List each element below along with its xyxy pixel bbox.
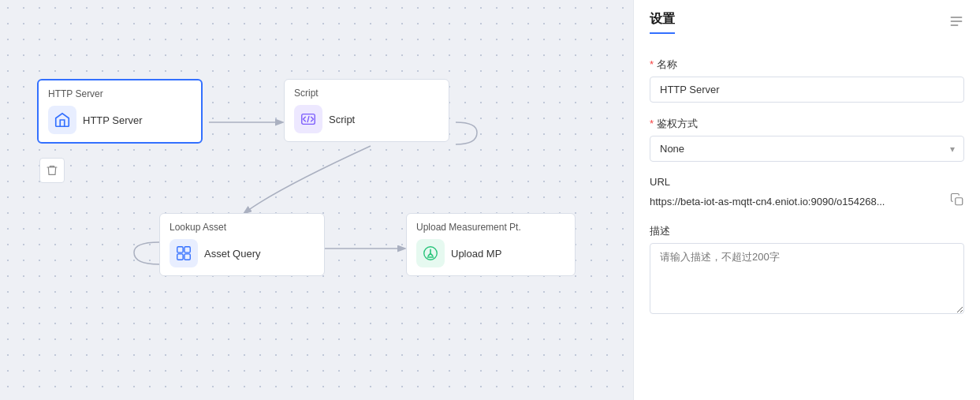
- asset-query-icon: [175, 245, 192, 262]
- panel-body: *名称 *鉴权方式 None Basic Auth Bearer Token ▾…: [634, 42, 980, 330]
- svg-rect-4: [177, 247, 183, 252]
- node-http-server[interactable]: HTTP Server HTTP Server: [37, 79, 203, 144]
- desc-field-group: 描述: [650, 224, 964, 314]
- name-input[interactable]: [650, 77, 964, 103]
- desc-label: 描述: [650, 224, 964, 238]
- canvas-area[interactable]: HTTP Server HTTP Server Script Script: [0, 0, 633, 400]
- svg-rect-7: [184, 254, 190, 260]
- node-lookup-asset-icon: [170, 239, 198, 267]
- node-script-icon: [294, 105, 322, 133]
- node-upload-mp[interactable]: Upload Measurement Pt. Upload MP: [406, 213, 576, 276]
- url-value-row: https://beta-iot-as-mqtt-cn4.eniot.io:90…: [650, 193, 964, 210]
- node-script-title: Script: [294, 88, 439, 99]
- node-http-server-body: HTTP Server: [48, 106, 192, 134]
- trash-icon: [46, 164, 58, 177]
- auth-select[interactable]: None Basic Auth Bearer Token: [650, 136, 964, 162]
- node-upload-mp-body: Upload MP: [416, 239, 565, 267]
- node-script-label: Script: [329, 114, 355, 125]
- panel-title: 设置: [650, 11, 675, 34]
- settings-panel: 设置 *名称 *鉴权方式 None Basic Auth Bearer T: [633, 0, 980, 400]
- home-icon: [54, 111, 71, 129]
- upload-mp-icon: [422, 245, 439, 262]
- node-lookup-asset-label: Asset Query: [204, 248, 261, 260]
- node-upload-mp-title: Upload Measurement Pt.: [416, 222, 565, 233]
- name-label: *名称: [650, 58, 964, 72]
- delete-button[interactable]: [39, 158, 65, 183]
- panel-header: 设置: [634, 0, 980, 42]
- auth-required: *: [650, 118, 654, 129]
- code-icon: [300, 110, 317, 128]
- auth-label: *鉴权方式: [650, 117, 964, 131]
- node-http-server-label: HTTP Server: [83, 114, 143, 126]
- auth-select-wrapper: None Basic Auth Bearer Token ▾: [650, 136, 964, 162]
- url-value: https://beta-iot-as-mqtt-cn4.eniot.io:90…: [650, 196, 944, 207]
- node-lookup-asset[interactable]: Lookup Asset Asset Query: [159, 213, 325, 276]
- node-script-body: Script: [294, 105, 439, 133]
- node-upload-mp-label: Upload MP: [451, 248, 501, 260]
- node-http-server-title: HTTP Server: [48, 88, 192, 99]
- svg-rect-5: [184, 247, 190, 252]
- node-http-server-icon: [48, 106, 76, 134]
- svg-rect-6: [177, 254, 183, 260]
- node-script[interactable]: Script Script: [284, 79, 449, 142]
- svg-rect-9: [956, 198, 963, 205]
- menu-lines-icon: [948, 13, 964, 29]
- arrows-svg: [0, 0, 633, 400]
- panel-menu-icon[interactable]: [948, 13, 964, 32]
- node-lookup-asset-body: Asset Query: [170, 239, 315, 267]
- node-lookup-asset-title: Lookup Asset: [170, 222, 315, 233]
- clipboard-icon: [950, 193, 964, 207]
- url-field-group: URL https://beta-iot-as-mqtt-cn4.eniot.i…: [650, 176, 964, 210]
- copy-icon[interactable]: [950, 193, 964, 210]
- name-required: *: [650, 58, 654, 70]
- url-label: URL: [650, 176, 964, 188]
- auth-field-group: *鉴权方式 None Basic Auth Bearer Token ▾: [650, 117, 964, 162]
- name-field-group: *名称: [650, 58, 964, 103]
- desc-textarea[interactable]: [650, 243, 964, 314]
- node-upload-mp-icon: [416, 239, 445, 267]
